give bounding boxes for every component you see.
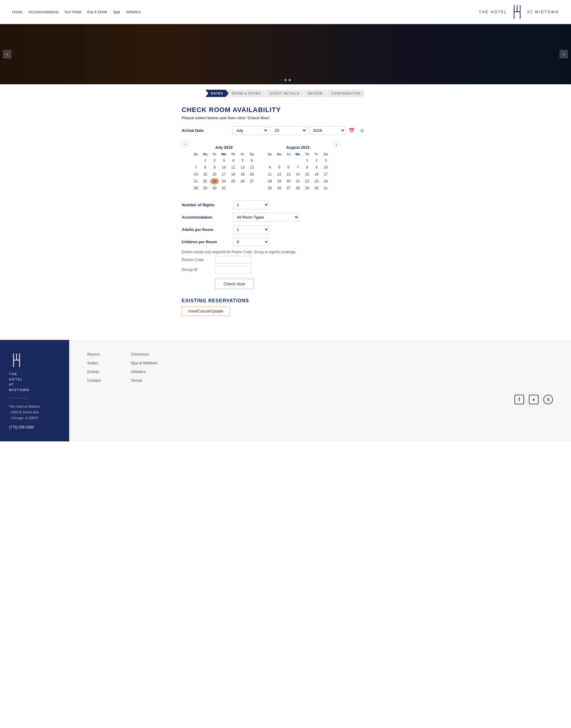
nav-spa[interactable]: Spa (113, 10, 120, 14)
cal-day[interactable]: 20 (284, 178, 293, 185)
cal-day[interactable]: 12 (238, 164, 247, 171)
cal-day[interactable]: 14 (293, 171, 302, 178)
cal-day-selected[interactable]: 23 (210, 178, 219, 185)
cal-day[interactable]: 24 (321, 178, 330, 185)
step-review[interactable]: REVIEW (302, 90, 328, 97)
cal-day[interactable]: 6 (284, 164, 293, 171)
cal-day[interactable]: 20 (247, 171, 256, 178)
calendar-next-button[interactable]: › (333, 140, 340, 148)
cal-day[interactable]: 15 (201, 171, 210, 178)
cal-day[interactable]: 1 (201, 157, 210, 164)
cal-day[interactable]: 11 (229, 164, 238, 171)
cal-day[interactable]: 27 (247, 178, 256, 185)
promo-code-input[interactable] (215, 256, 251, 263)
cal-day[interactable]: 18 (229, 171, 238, 178)
footer-link-contact[interactable]: Contact (87, 378, 101, 383)
accommodation-select[interactable]: All Room Types Standard Room Deluxe Room… (233, 213, 299, 221)
cal-day[interactable]: 16 (312, 171, 321, 178)
facebook-icon[interactable]: f (515, 395, 524, 404)
adults-select[interactable]: 1234 (233, 225, 269, 234)
view-cancel-button[interactable]: View/Cancel/Update (182, 306, 230, 316)
cal-day[interactable]: 7 (293, 164, 302, 171)
cal-day[interactable]: 3 (219, 157, 228, 164)
cal-day[interactable]: 8 (303, 164, 312, 171)
cal-day[interactable]: 30 (312, 185, 321, 191)
cal-day[interactable]: 10 (321, 164, 330, 171)
hero-next-button[interactable]: › (560, 50, 568, 59)
cal-day[interactable]: 31 (321, 185, 330, 191)
step-confirmation[interactable]: CONFIRMATION (326, 90, 366, 97)
cal-day[interactable]: 21 (191, 178, 200, 185)
calendar-picker-icon[interactable]: 📅 (348, 127, 356, 134)
cal-day[interactable]: 19 (238, 171, 247, 178)
footer-link-suites[interactable]: Suites (87, 361, 101, 365)
cal-day[interactable]: 27 (284, 185, 293, 191)
cal-day[interactable]: 4 (229, 157, 238, 164)
site-logo[interactable]: THE HOTEL AT MIDTOWN (479, 4, 559, 20)
cal-day[interactable]: 29 (201, 185, 210, 191)
footer-link-tennis[interactable]: Tennis (131, 378, 158, 383)
cal-day[interactable]: 26 (238, 178, 247, 185)
children-select[interactable]: 0123 (233, 238, 269, 246)
step-room-rates[interactable]: ROOM & RATES (226, 90, 266, 97)
footer-link-spa[interactable]: Spa at Midtown (131, 361, 158, 365)
hero-dot-3[interactable] (289, 79, 291, 81)
cal-day[interactable]: 14 (191, 171, 200, 178)
cal-day[interactable]: 9 (210, 164, 219, 171)
group-id-input[interactable] (215, 266, 251, 273)
cal-day[interactable]: 7 (191, 164, 200, 171)
cal-day[interactable]: 28 (191, 185, 200, 191)
cal-day[interactable]: 3 (321, 157, 330, 164)
calendar-prev-button[interactable]: ‹ (182, 140, 189, 148)
hero-dot-2[interactable] (284, 79, 287, 81)
cal-day[interactable]: 4 (265, 164, 274, 171)
cal-day[interactable]: 11 (265, 171, 274, 178)
nav-accommodations[interactable]: Accommodations (28, 10, 59, 14)
year-select[interactable]: 201920202021 (309, 126, 345, 135)
twitter-icon[interactable]: 𝕏 (543, 395, 553, 404)
step-dates[interactable]: DATES (206, 90, 229, 97)
nights-select[interactable]: 123 4567 (233, 200, 269, 209)
cal-day[interactable]: 16 (210, 171, 219, 178)
cal-day[interactable]: 21 (293, 178, 302, 185)
cal-day[interactable]: 18 (265, 178, 274, 185)
cal-day[interactable]: 9 (312, 164, 321, 171)
cal-day[interactable]: 2 (312, 157, 321, 164)
instagram-icon[interactable]: ● (529, 395, 539, 404)
nav-our-hotel[interactable]: Our Hotel (65, 10, 81, 14)
cal-day[interactable]: 25 (229, 178, 238, 185)
cal-day[interactable]: 17 (219, 171, 228, 178)
month-select[interactable]: JanuaryFebruaryMarchApril MayJuneJulyAug… (232, 126, 268, 135)
hero-prev-button[interactable]: ‹ (3, 50, 11, 59)
cal-day[interactable]: 1 (303, 157, 312, 164)
nav-home[interactable]: Home (12, 10, 22, 14)
check-now-button[interactable]: Check Now (215, 279, 254, 289)
cal-day[interactable]: 13 (284, 171, 293, 178)
footer-link-chromium[interactable]: Chromium (131, 352, 158, 357)
day-select[interactable]: 12345 678910 1112131415 1617181920 21222… (271, 126, 307, 135)
step-guest-details[interactable]: GUEST DETAILS (264, 90, 305, 97)
cal-day[interactable]: 10 (219, 164, 228, 171)
footer-link-events[interactable]: Events (87, 369, 101, 374)
cal-day[interactable]: 6 (247, 157, 256, 164)
cal-day[interactable]: 25 (265, 185, 274, 191)
cal-day[interactable]: 19 (275, 178, 284, 185)
cal-day[interactable]: 26 (275, 185, 284, 191)
footer-link-rooms[interactable]: Rooms (87, 352, 101, 357)
nav-eat-drink[interactable]: Eat & Drink (87, 10, 107, 14)
cal-day[interactable]: 5 (238, 157, 247, 164)
cal-day[interactable]: 17 (321, 171, 330, 178)
cal-day[interactable]: 22 (201, 178, 210, 185)
clear-date-icon[interactable]: ⊗ (358, 127, 366, 134)
cal-day[interactable]: 5 (275, 164, 284, 171)
cal-day[interactable]: 12 (275, 171, 284, 178)
cal-day[interactable]: 23 (312, 178, 321, 185)
cal-day[interactable]: 22 (303, 178, 312, 185)
cal-day[interactable]: 29 (303, 185, 312, 191)
cal-day[interactable]: 15 (303, 171, 312, 178)
cal-day[interactable]: 13 (247, 164, 256, 171)
hero-dot-1[interactable] (280, 79, 282, 81)
footer-link-athletics[interactable]: Athletics (131, 369, 158, 374)
cal-day[interactable]: 28 (293, 185, 302, 191)
cal-day[interactable]: 31 (219, 185, 228, 191)
